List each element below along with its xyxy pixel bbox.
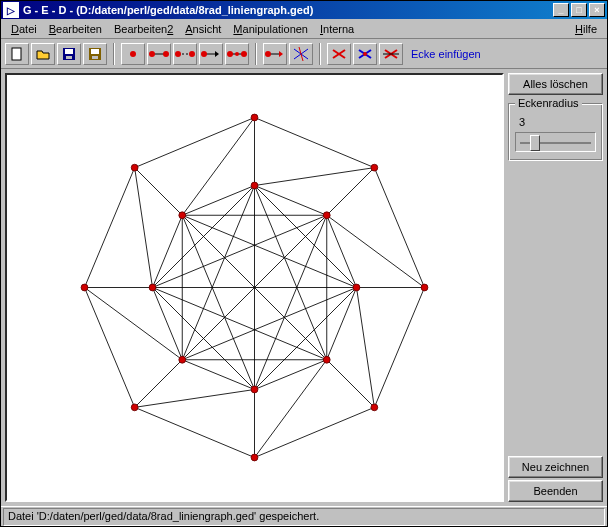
svg-rect-0 <box>12 48 21 60</box>
open-button[interactable] <box>31 43 55 65</box>
svg-rect-5 <box>91 49 99 54</box>
svg-line-51 <box>135 360 183 408</box>
mode-move-button[interactable] <box>263 43 287 65</box>
svg-point-29 <box>363 52 367 56</box>
mode-del2-button[interactable] <box>353 43 377 65</box>
window-controls: _ □ × <box>553 3 605 17</box>
toolbar: Ecke einfügen <box>1 39 607 69</box>
menu-interna[interactable]: Interna <box>314 21 360 37</box>
svg-line-61 <box>182 186 254 360</box>
svg-line-44 <box>255 168 375 186</box>
saveas-button[interactable] <box>83 43 107 65</box>
redraw-button[interactable]: Neu zeichnen <box>508 456 603 478</box>
svg-point-97 <box>251 386 258 393</box>
graph-svg <box>7 75 502 500</box>
svg-line-59 <box>255 186 327 360</box>
svg-point-15 <box>201 51 207 57</box>
radius-value: 3 <box>519 116 596 128</box>
svg-point-18 <box>235 52 239 56</box>
svg-point-17 <box>227 51 233 57</box>
mode-edge2-button[interactable] <box>173 43 197 65</box>
main-window: ▷ G - E - D - (D:/daten/perl/ged/data/8r… <box>0 0 608 527</box>
svg-point-90 <box>131 404 138 411</box>
svg-line-39 <box>85 168 135 288</box>
svg-line-47 <box>327 360 375 408</box>
menu-datei[interactable]: Datei <box>5 21 43 37</box>
svg-point-98 <box>179 356 186 363</box>
titlebar[interactable]: ▷ G - E - D - (D:/daten/perl/ged/data/8r… <box>1 1 607 19</box>
svg-point-91 <box>81 284 88 291</box>
svg-line-68 <box>153 215 327 287</box>
svg-line-56 <box>135 168 153 288</box>
radius-label: Eckenradius <box>515 97 582 109</box>
svg-line-52 <box>135 390 255 408</box>
window-title: G - E - D - (D:/daten/perl/ged/data/8rad… <box>23 4 553 16</box>
svg-point-93 <box>251 182 258 189</box>
svg-rect-6 <box>92 56 98 59</box>
menu-hilfe[interactable]: Hilfe <box>569 21 603 37</box>
menubar: Datei Bearbeiten Bearbeiten2 Ansicht Man… <box>1 19 607 39</box>
menu-ansicht[interactable]: Ansicht <box>179 21 227 37</box>
toolbar-mode-label: Ecke einfügen <box>411 48 481 60</box>
svg-point-7 <box>130 51 136 57</box>
menu-manipulationen[interactable]: Manipulationen <box>227 21 314 37</box>
slider-thumb[interactable] <box>530 135 540 151</box>
mode-cut-button[interactable] <box>289 43 313 65</box>
svg-point-99 <box>149 284 156 291</box>
svg-line-74 <box>182 215 356 287</box>
radius-slider[interactable] <box>515 132 596 152</box>
svg-line-24 <box>299 47 303 61</box>
svg-point-100 <box>179 212 186 219</box>
minimize-button[interactable]: _ <box>553 3 569 17</box>
svg-rect-2 <box>65 49 73 54</box>
svg-line-48 <box>357 288 375 408</box>
svg-line-72 <box>182 288 356 360</box>
exit-button[interactable]: Beenden <box>508 480 603 502</box>
svg-point-88 <box>371 404 378 411</box>
clear-button[interactable]: Alles löschen <box>508 73 603 95</box>
svg-line-40 <box>135 118 255 168</box>
close-button[interactable]: × <box>589 3 605 17</box>
maximize-button[interactable]: □ <box>571 3 587 17</box>
svg-point-96 <box>323 356 330 363</box>
svg-point-13 <box>189 51 195 57</box>
svg-line-77 <box>153 288 327 360</box>
svg-line-36 <box>255 407 375 457</box>
svg-point-92 <box>131 164 138 171</box>
status-text: Datei 'D:/daten/perl/ged/data/8rad_linie… <box>3 508 605 526</box>
svg-point-9 <box>149 51 155 57</box>
mode-vertex-button[interactable] <box>121 43 145 65</box>
svg-point-85 <box>251 114 258 121</box>
svg-point-94 <box>323 212 330 219</box>
mode-del1-button[interactable] <box>327 43 351 65</box>
svg-line-43 <box>327 168 375 216</box>
svg-point-95 <box>353 284 360 291</box>
side-panel: Alles löschen Eckenradius 3 Neu zeichnen… <box>508 73 603 502</box>
svg-line-66 <box>255 215 327 389</box>
svg-line-55 <box>135 168 183 216</box>
svg-line-37 <box>135 407 255 457</box>
new-button[interactable] <box>5 43 29 65</box>
svg-point-86 <box>371 164 378 171</box>
statusbar: Datei 'D:/daten/perl/ged/data/8rad_linie… <box>1 506 607 526</box>
mode-edge3-button[interactable] <box>199 43 223 65</box>
mode-del3-button[interactable] <box>379 43 403 65</box>
graph-canvas[interactable] <box>5 73 504 502</box>
svg-point-10 <box>163 51 169 57</box>
save-button[interactable] <box>57 43 81 65</box>
app-icon: ▷ <box>3 2 19 18</box>
svg-rect-3 <box>66 56 72 59</box>
svg-line-35 <box>374 288 424 408</box>
svg-line-81 <box>182 215 254 389</box>
mode-edge4-button[interactable] <box>225 43 249 65</box>
menu-bearbeiten2[interactable]: Bearbeiten2 <box>108 21 179 37</box>
svg-line-38 <box>85 288 135 408</box>
menu-bearbeiten[interactable]: Bearbeiten <box>43 21 108 37</box>
svg-point-12 <box>175 51 181 57</box>
svg-point-89 <box>251 454 258 461</box>
client-area: Alles löschen Eckenradius 3 Neu zeichnen… <box>1 69 607 506</box>
svg-line-34 <box>374 168 424 288</box>
mode-edge1-button[interactable] <box>147 43 171 65</box>
radius-group: Eckenradius 3 <box>508 103 603 161</box>
svg-point-21 <box>265 51 271 57</box>
